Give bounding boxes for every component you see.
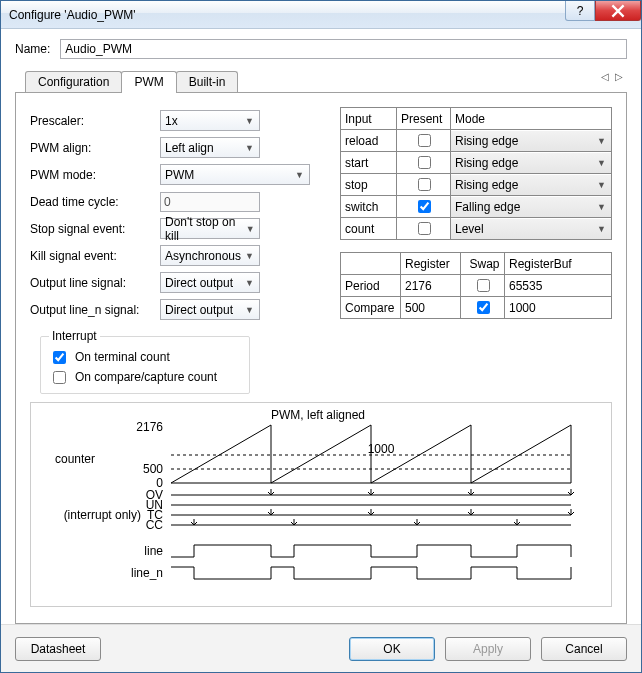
table-header-row: Register Swap RegisterBuf [341,253,612,275]
tab-configuration[interactable]: Configuration [25,71,122,92]
swap-checkbox[interactable] [477,301,490,314]
cc-label: CC [146,518,164,532]
apply-button[interactable]: Apply [445,637,531,661]
chevron-down-icon: ▼ [594,136,609,146]
mode-select[interactable]: Falling edge▼ [451,197,611,217]
mode-cell: Level▼ [451,218,612,240]
present-cell [397,174,451,196]
reg-name-cell: Period [341,275,401,297]
pwm-mode-select[interactable]: PWM▼ [160,164,310,185]
prescaler-label: Prescaler: [30,114,160,128]
chevron-down-icon: ▼ [242,116,257,126]
line-label: line [144,544,163,558]
datasheet-button[interactable]: Datasheet [15,637,101,661]
chevron-down-icon: ▼ [244,224,257,234]
stop-signal-label: Stop signal event: [30,222,160,236]
present-cell [397,196,451,218]
chevron-down-icon: ▼ [242,278,257,288]
mode-select[interactable]: Rising edge▼ [451,153,611,173]
close-button[interactable] [595,1,641,21]
chevron-down-icon: ▼ [292,170,307,180]
window-title: Configure 'Audio_PWM' [9,8,565,22]
interrupt-compare-checkbox[interactable] [53,371,66,384]
interrupt-terminal-label: On terminal count [75,350,170,364]
register-cell[interactable]: 500 [401,297,461,319]
chevron-down-icon: ▼ [594,202,609,212]
mode-select[interactable]: Level▼ [451,219,611,239]
present-cell [397,218,451,240]
interrupt-group: Interrupt On terminal count On compare/c… [40,329,250,394]
pwm-mode-label: PWM mode: [30,168,160,182]
name-input[interactable] [60,39,627,59]
present-checkbox[interactable] [418,156,431,169]
diagram-title: PWM, left aligned [271,408,365,422]
tab-pwm[interactable]: PWM [121,71,176,93]
line-n-label: line_n [131,566,163,580]
input-cell: start [341,152,397,174]
table-row: Compare 500 1000 [341,297,612,319]
chevron-down-icon: ▼ [242,251,257,261]
pwm-align-label: PWM align: [30,141,160,155]
mode-select[interactable]: Rising edge▼ [451,131,611,151]
tab-panel-pwm: Prescaler: 1x▼ PWM align: Left align▼ PW… [15,93,627,624]
input-cell: switch [341,196,397,218]
kill-signal-select[interactable]: Asynchronous▼ [160,245,260,266]
prescaler-select[interactable]: 1x▼ [160,110,260,131]
chevron-down-icon: ▼ [242,143,257,153]
tab-prev-icon[interactable]: ◁ [601,71,609,82]
swap-checkbox[interactable] [477,279,490,292]
titlebar[interactable]: Configure 'Audio_PWM' ? [1,1,641,29]
register-table: Register Swap RegisterBuf Period 2176 65… [340,252,612,319]
tab-builtin[interactable]: Built-in [176,71,239,92]
table-row: count Level▼ [341,218,612,240]
table-row: reload Rising edge▼ [341,130,612,152]
registerbuf-cell[interactable]: 65535 [505,275,612,297]
input-table: Input Present Mode reload Rising edge▼st… [340,107,612,240]
mode-cell: Rising edge▼ [451,152,612,174]
tick-mid: 500 [143,462,163,476]
counter-label: counter [55,452,95,466]
help-button[interactable]: ? [565,1,595,21]
timing-diagram: PWM, left aligned 2176 counter 500 0 100… [30,402,612,607]
kill-signal-label: Kill signal event: [30,249,160,263]
register-cell[interactable]: 2176 [401,275,461,297]
tick-inner: 1000 [368,442,395,456]
tc-note: (interrupt only) [64,508,141,522]
ok-button[interactable]: OK [349,637,435,661]
dead-time-label: Dead time cycle: [30,195,160,209]
input-cell: stop [341,174,397,196]
interrupt-terminal-checkbox[interactable] [53,351,66,364]
table-row: Period 2176 65535 [341,275,612,297]
output-line-n-label: Output line_n signal: [30,303,160,317]
cancel-button[interactable]: Cancel [541,637,627,661]
dialog-window: Configure 'Audio_PWM' ? Name: Configurat… [0,0,642,673]
table-row: start Rising edge▼ [341,152,612,174]
chevron-down-icon: ▼ [242,305,257,315]
mode-cell: Rising edge▼ [451,174,612,196]
pwm-align-select[interactable]: Left align▼ [160,137,260,158]
stop-signal-select[interactable]: Don't stop on kill▼ [160,218,260,239]
dead-time-input [160,192,260,212]
mode-cell: Rising edge▼ [451,130,612,152]
present-checkbox[interactable] [418,222,431,235]
close-icon [611,4,625,18]
present-checkbox[interactable] [418,200,431,213]
mode-select[interactable]: Rising edge▼ [451,175,611,195]
chevron-down-icon: ▼ [594,158,609,168]
tab-next-icon[interactable]: ▷ [615,71,623,82]
present-checkbox[interactable] [418,178,431,191]
present-checkbox[interactable] [418,134,431,147]
mode-cell: Falling edge▼ [451,196,612,218]
interrupt-compare-label: On compare/capture count [75,370,217,384]
present-cell [397,152,451,174]
dialog-footer: Datasheet OK Apply Cancel [1,624,641,672]
chevron-down-icon: ▼ [594,180,609,190]
table-header-row: Input Present Mode [341,108,612,130]
registerbuf-cell[interactable]: 1000 [505,297,612,319]
swap-cell [461,297,505,319]
output-line-n-select[interactable]: Direct output▼ [160,299,260,320]
output-line-select[interactable]: Direct output▼ [160,272,260,293]
swap-cell [461,275,505,297]
input-cell: count [341,218,397,240]
table-row: stop Rising edge▼ [341,174,612,196]
